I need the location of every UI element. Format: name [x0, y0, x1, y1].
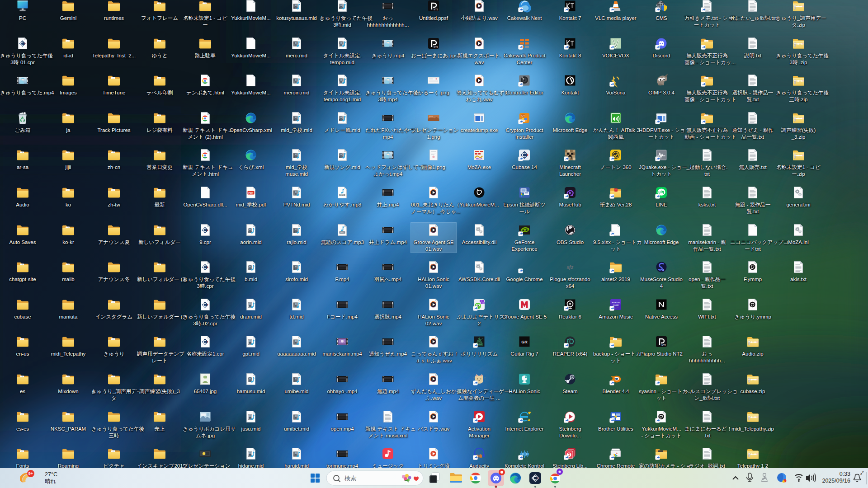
svg-text:晴れ: 晴れ: [45, 478, 57, 484]
svg-text:27°C: 27°C: [45, 471, 57, 478]
svg-text:0:33: 0:33: [840, 471, 850, 477]
svg-text:検索: 検索: [344, 475, 356, 482]
svg-text:z: z: [862, 470, 864, 474]
svg-text:9+: 9+: [28, 471, 33, 476]
svg-text:2025/09/16: 2025/09/16: [822, 478, 850, 484]
